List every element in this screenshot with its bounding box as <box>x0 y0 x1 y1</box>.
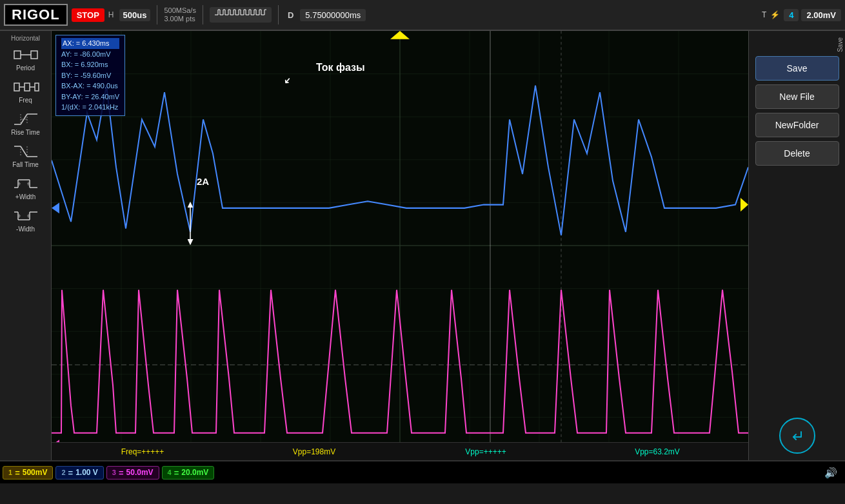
d-label: D <box>285 10 296 20</box>
ch4-value: 20.0mV <box>181 468 208 477</box>
ay-row: AY: = -86.00mV <box>61 49 119 60</box>
ch2-num: 2 <box>61 469 65 476</box>
speaker-icon[interactable]: 🔊 <box>824 467 837 479</box>
rise-time-label: Rise Time <box>11 129 39 136</box>
bx-row: BX: = 6.920ms <box>61 59 119 70</box>
inv-dx-row: 1/(dX: = 2.041kHz <box>61 102 119 113</box>
plus-width-icon <box>12 175 40 193</box>
svg-rect-7 <box>35 83 39 91</box>
2a-label: 2A <box>197 176 209 187</box>
ch1-eq: = <box>15 468 20 478</box>
svg-rect-3 <box>14 83 19 91</box>
svg-rect-2 <box>31 51 37 59</box>
sidebar-item-fall-time[interactable]: Fall Time <box>3 140 49 171</box>
d-value[interactable]: 5.75000000ms <box>300 9 366 21</box>
t-channel: 4 <box>784 9 799 21</box>
h-label: H <box>108 10 114 19</box>
ch2-value: 1.00 V <box>75 468 98 477</box>
waveform-preview <box>210 7 272 23</box>
channel-bar: 1 = 500mV 2 = 1.00 V 3 = 50.0mV 4 = 20.0… <box>0 460 845 483</box>
measurement-box: AX: = 6.430ms AY: = -86.00mV BX: = 6.920… <box>55 35 125 116</box>
new-file-button[interactable]: New File <box>755 84 839 109</box>
sample-info: 500MSa/s 3.00M pts <box>164 6 196 23</box>
enter-icon <box>788 427 806 445</box>
minus-width-label: -Width <box>16 226 35 233</box>
meas-freq: Freq=+++++ <box>57 447 228 456</box>
plus-width-label: +Width <box>15 193 35 200</box>
waveform-svg <box>215 8 266 21</box>
status-badge: STOP <box>72 8 104 22</box>
t-label: T <box>762 10 766 19</box>
sidebar-horizontal-label: Horizontal <box>11 35 40 42</box>
channel-3[interactable]: 3 = 50.0mV <box>106 466 159 480</box>
meas-vpp2: Vpp=+++++ <box>400 447 572 456</box>
grid-canvas <box>52 31 748 460</box>
separator-1 <box>157 5 157 24</box>
svg-rect-5 <box>25 83 30 91</box>
oscilloscope-screen[interactable]: AX: = 6.430ms AY: = -86.00mV BX: = 6.920… <box>52 31 748 460</box>
meas-vpp1: Vpp=198mV <box>228 447 400 456</box>
fall-time-icon <box>12 142 40 160</box>
trigger-section: T ⚡ 4 2.00mV <box>762 9 841 21</box>
rise-time-icon <box>12 110 40 128</box>
channel-2[interactable]: 2 = 1.00 V <box>55 466 103 480</box>
sidebar-item-minus-width[interactable]: -Width <box>3 204 49 235</box>
h-value[interactable]: 500us <box>119 9 151 21</box>
by-ay-row: BY-AY: = 26.40mV <box>61 92 119 102</box>
meas-vpp3: Vpp=63.2mV <box>572 447 743 456</box>
save-button[interactable]: Save <box>755 56 839 81</box>
top-bar: RIGOL STOP H 500us 500MSa/s 3.00M pts D … <box>0 0 845 31</box>
meas-bar: Freq=+++++ Vpp=198mV Vpp=+++++ Vpp=63.2m… <box>52 442 748 460</box>
period-label: Period <box>16 64 35 72</box>
sidebar-item-period[interactable]: Period <box>3 43 49 74</box>
sidebar-item-plus-width[interactable]: +Width <box>3 172 49 203</box>
separator-3 <box>278 5 279 24</box>
separator-2 <box>203 5 203 24</box>
freq-icon <box>12 78 40 96</box>
fall-time-label: Fall Time <box>12 161 39 168</box>
rigol-logo: RIGOL <box>4 4 68 26</box>
freq-label: Freq <box>19 97 32 104</box>
ax-row: AX: = 6.430ms <box>61 38 119 49</box>
ch4-num: 4 <box>168 469 172 476</box>
tok-fazy-label: Ток фазы <box>316 62 365 73</box>
sidebar-item-freq[interactable]: Freq <box>3 75 49 106</box>
bx-ax-row: BX-AX: = 490.0us <box>61 81 119 92</box>
ch1-value: 500mV <box>23 468 48 477</box>
channel-1[interactable]: 1 = 500mV <box>3 466 53 480</box>
t-value: 2.00mV <box>801 9 841 21</box>
sidebar-item-rise-time[interactable]: Rise Time <box>3 108 49 139</box>
ch4-eq: = <box>174 468 179 478</box>
svg-rect-0 <box>14 51 21 59</box>
by-row: BY: = -59.60mV <box>61 70 119 81</box>
ch3-num: 3 <box>112 469 116 476</box>
ch3-eq: = <box>119 468 124 478</box>
new-folder-button[interactable]: NewFolder <box>755 113 839 137</box>
save-vertical-label: Save <box>837 37 844 52</box>
ch3-value: 50.0mV <box>126 468 154 477</box>
svg-line-15 <box>21 146 27 157</box>
channel-4[interactable]: 4 = 20.0mV <box>162 466 215 480</box>
ch2-eq: = <box>68 468 74 478</box>
bottom-right-controls: 🔊 <box>824 467 837 479</box>
right-sidebar: Save Save New File NewFolder Delete <box>748 31 845 460</box>
main-area: Horizontal Period Freq <box>0 31 845 460</box>
minus-width-icon <box>12 207 40 225</box>
ch1-num: 1 <box>8 469 12 476</box>
delete-button[interactable]: Delete <box>755 141 839 166</box>
enter-button[interactable] <box>779 418 815 454</box>
left-sidebar: Horizontal Period Freq <box>0 31 52 460</box>
period-icon <box>12 46 40 64</box>
